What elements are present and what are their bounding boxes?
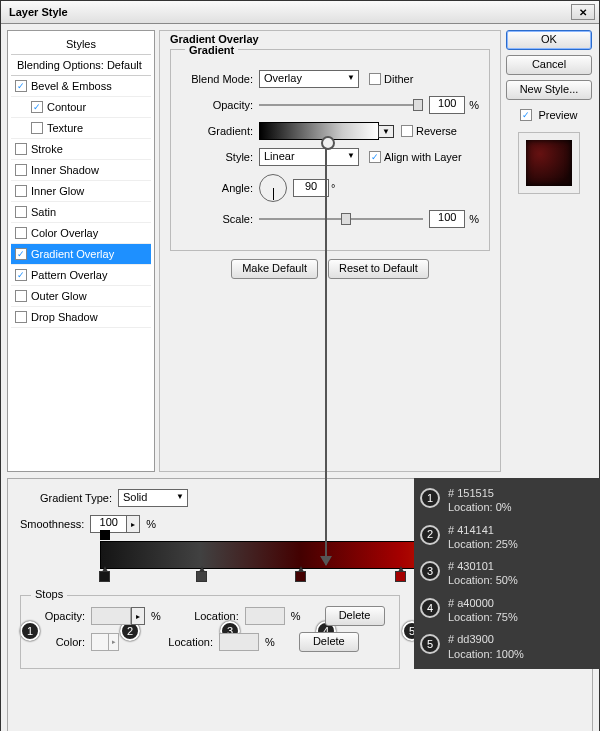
reset-default-button[interactable]: Reset to Default <box>328 259 429 279</box>
styles-header[interactable]: Styles <box>11 34 151 55</box>
style-dropdown[interactable]: Linear <box>259 148 359 166</box>
style-row-drop-shadow[interactable]: Drop Shadow <box>11 307 151 328</box>
annotation-arrow <box>325 140 327 565</box>
reverse-checkbox[interactable] <box>401 125 413 137</box>
delete-opacity-stop-button[interactable]: Delete <box>325 606 385 626</box>
style-row-texture[interactable]: Texture <box>11 118 151 139</box>
color-stop-4[interactable] <box>395 571 406 582</box>
opacity-slider[interactable] <box>259 97 423 113</box>
style-row-inner-shadow[interactable]: Inner Shadow <box>11 160 151 181</box>
annotation-hex: # a40000 <box>448 596 592 610</box>
dither-checkbox[interactable] <box>369 73 381 85</box>
align-checkbox[interactable] <box>369 151 381 163</box>
opacity-stop-left[interactable] <box>100 530 110 540</box>
stops-legend: Stops <box>31 588 67 600</box>
style-label: Inner Glow <box>31 185 84 197</box>
style-row-satin[interactable]: Satin <box>11 202 151 223</box>
annotation-hex: # 414141 <box>448 523 592 537</box>
preview-label: Preview <box>538 109 577 121</box>
new-style-button[interactable]: New Style... <box>506 80 592 100</box>
annotation-panel: 1# 151515Location: 0%2# 414141Location: … <box>414 478 600 669</box>
styles-panel: Styles Blending Options: Default Bevel &… <box>7 30 155 472</box>
smoothness-spin[interactable]: ▸ <box>126 515 140 533</box>
ok-button[interactable]: OK <box>506 30 592 50</box>
style-row-stroke[interactable]: Stroke <box>11 139 151 160</box>
annotation-badge: 4 <box>420 598 440 618</box>
style-checkbox[interactable] <box>15 269 27 281</box>
style-row-gradient-overlay[interactable]: Gradient Overlay <box>11 244 151 265</box>
annotation-hex: # dd3900 <box>448 632 592 646</box>
style-row-inner-glow[interactable]: Inner Glow <box>11 181 151 202</box>
gradient-type-dropdown[interactable]: Solid <box>118 489 188 507</box>
gradient-picker[interactable] <box>259 122 379 140</box>
blending-options-row[interactable]: Blending Options: Default <box>11 55 151 76</box>
style-checkbox[interactable] <box>15 248 27 260</box>
titlebar: Layer Style ✕ <box>1 1 599 24</box>
smoothness-label: Smoothness: <box>20 518 84 530</box>
angle-dial[interactable] <box>259 174 287 202</box>
scale-input[interactable]: 100 <box>429 210 465 228</box>
opacity-input[interactable]: 100 <box>429 96 465 114</box>
style-label: Pattern Overlay <box>31 269 107 281</box>
annotation-row-2: 2# 414141Location: 25% <box>414 519 600 556</box>
annotation-row-3: 3# 430101Location: 50% <box>414 555 600 592</box>
pct-label-2: % <box>469 213 479 225</box>
close-icon[interactable]: ✕ <box>571 4 595 20</box>
annotation-location: Location: 50% <box>448 573 592 587</box>
style-label: Satin <box>31 206 56 218</box>
style-checkbox[interactable] <box>15 185 27 197</box>
annotation-badge: 3 <box>420 561 440 581</box>
style-label: Drop Shadow <box>31 311 98 323</box>
annotation-row-5: 5# dd3900Location: 100% <box>414 628 600 665</box>
blend-mode-dropdown[interactable]: Overlay <box>259 70 359 88</box>
style-checkbox[interactable] <box>15 290 27 302</box>
color-stop-1[interactable] <box>99 571 110 582</box>
style-checkbox[interactable] <box>15 164 27 176</box>
style-label: Color Overlay <box>31 227 98 239</box>
style-row-pattern-overlay[interactable]: Pattern Overlay <box>11 265 151 286</box>
annotation-row-4: 4# a40000Location: 75% <box>414 592 600 629</box>
annotation-location: Location: 25% <box>448 537 592 551</box>
preview-checkbox[interactable] <box>520 109 532 121</box>
color-stop-2[interactable] <box>196 571 207 582</box>
annotation-row-1: 1# 151515Location: 0% <box>414 482 600 519</box>
pct-label-3: % <box>146 518 156 530</box>
style-checkbox[interactable] <box>15 311 27 323</box>
annotation-location: Location: 75% <box>448 610 592 624</box>
style-row-bevel-emboss[interactable]: Bevel & Emboss <box>11 76 151 97</box>
style-checkbox[interactable] <box>31 101 43 113</box>
opacity-label: Opacity: <box>181 99 259 111</box>
style-checkbox[interactable] <box>31 122 43 134</box>
color-stop-3[interactable] <box>295 571 306 582</box>
style-row-contour[interactable]: Contour <box>11 97 151 118</box>
style-row-outer-glow[interactable]: Outer Glow <box>11 286 151 307</box>
angle-input[interactable]: 90 <box>293 179 329 197</box>
gradient-type-label: Gradient Type: <box>40 492 112 504</box>
stop-color-well[interactable]: ▸ <box>91 633 119 651</box>
style-label: Gradient Overlay <box>31 248 114 260</box>
annotation-badge: 1 <box>420 488 440 508</box>
annotation-location: Location: 100% <box>448 647 592 661</box>
cancel-button[interactable]: Cancel <box>506 55 592 75</box>
stop-opacity-label: Opacity: <box>31 610 85 622</box>
gradient-overlay-panel: Gradient Overlay Gradient Blend Mode: Ov… <box>159 30 501 472</box>
style-checkbox[interactable] <box>15 227 27 239</box>
stop-color-loc-label: Location: <box>159 636 213 648</box>
stop-color-label: Color: <box>31 636 85 648</box>
scale-slider[interactable] <box>259 211 423 227</box>
style-label: Texture <box>47 122 83 134</box>
right-panel: OK Cancel New Style... Preview <box>505 30 593 472</box>
style-checkbox[interactable] <box>15 143 27 155</box>
make-default-button[interactable]: Make Default <box>231 259 318 279</box>
style-checkbox[interactable] <box>15 80 27 92</box>
angle-label: Angle: <box>181 182 259 194</box>
style-row-color-overlay[interactable]: Color Overlay <box>11 223 151 244</box>
stop-color-loc-input <box>219 633 259 651</box>
style-checkbox[interactable] <box>15 206 27 218</box>
style-label: Bevel & Emboss <box>31 80 112 92</box>
scale-label: Scale: <box>181 213 259 225</box>
stop-location-label: Location: <box>185 610 239 622</box>
annotation-badge: 5 <box>420 634 440 654</box>
delete-color-stop-button[interactable]: Delete <box>299 632 359 652</box>
reverse-label: Reverse <box>416 125 457 137</box>
